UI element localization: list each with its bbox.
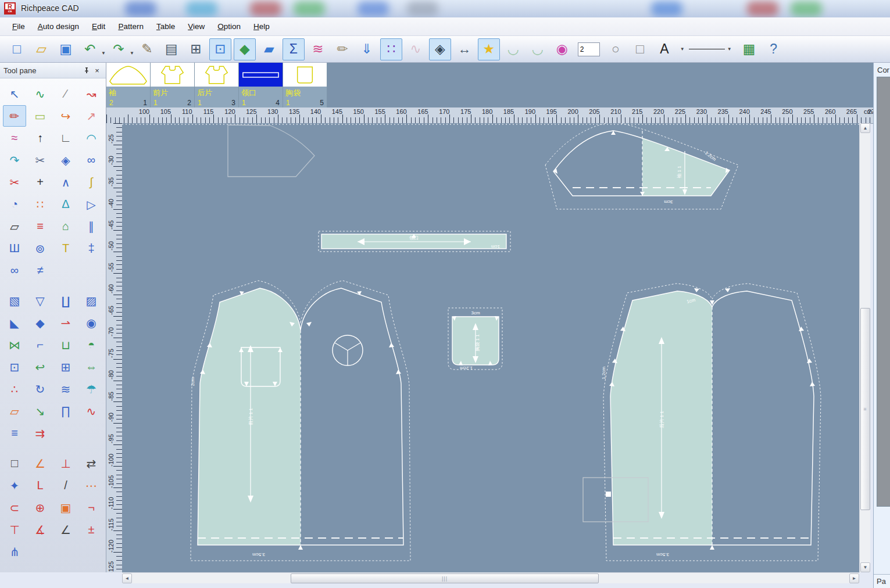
undo-button[interactable]: ↶ xyxy=(79,38,101,60)
scroll-left-arrow[interactable]: ◄ xyxy=(122,573,132,583)
piece-tab-1[interactable]: 袖21 xyxy=(106,63,151,107)
construction-outline[interactable] xyxy=(228,125,314,177)
node-chain-tool[interactable]: ⋯ xyxy=(80,475,103,496)
menu-help[interactable]: Help xyxy=(247,19,276,34)
fabric-swatch-tool[interactable]: ▨ xyxy=(80,290,103,311)
spacing-tool-tool[interactable]: ⋈ xyxy=(3,334,26,356)
pattern-handles-button[interactable]: ◈ xyxy=(429,38,451,60)
insert-notch-tool[interactable]: ⊥ xyxy=(54,453,77,474)
horizontal-scrollbar[interactable]: ◄ ||| ► xyxy=(122,572,859,583)
curve-chart-button[interactable]: ∿ xyxy=(405,38,427,60)
scroll-up-arrow[interactable]: ▲ xyxy=(860,123,870,133)
brush-button[interactable]: ✏ xyxy=(331,38,353,60)
cut-angle-tool[interactable]: ∡ xyxy=(28,519,52,540)
corner-cut-tool[interactable]: ¬ xyxy=(80,497,103,518)
menu-view[interactable]: View xyxy=(181,19,211,34)
new-file-button[interactable]: □ xyxy=(6,38,28,60)
piece-tab-4[interactable]: 领口14 xyxy=(239,63,283,107)
stretch-curve-tool[interactable]: ↝ xyxy=(80,83,103,105)
arrange-blocks-tool[interactable]: ∷ xyxy=(28,193,52,215)
scroll-right-arrow[interactable]: ► xyxy=(849,573,859,583)
menu-option[interactable]: Option xyxy=(211,19,247,34)
line-style-right-caret[interactable]: ▼ xyxy=(727,46,732,52)
curve-down-button[interactable]: ◡ xyxy=(502,38,524,60)
edit-point-tool[interactable]: ∿ xyxy=(28,83,52,105)
expand-piece-tool[interactable]: ✦ xyxy=(3,475,26,496)
seam-copy-tool[interactable]: ⊂ xyxy=(3,497,26,518)
menu-pattern[interactable]: Pattern xyxy=(112,19,150,34)
pattern-canvas[interactable]: 袖 1 1 3cm 1.2cm 领口 1cm xyxy=(122,123,859,572)
piece-front[interactable]: 前片 1 1 2cm 3.5cm xyxy=(190,280,417,561)
piece-sleeve[interactable]: 袖 1 1 3cm 1.2cm xyxy=(545,123,738,213)
parallel-line-tool[interactable]: ↗ xyxy=(80,105,103,127)
vertical-scroll-thumb[interactable]: ≡ xyxy=(860,308,870,510)
frame-tool-tool[interactable]: ▣ xyxy=(54,497,77,518)
redo-button[interactable]: ↷ xyxy=(108,38,130,60)
pleats-tool[interactable]: Ш xyxy=(3,238,26,259)
collar-gauge-tool[interactable]: ◓ xyxy=(80,334,103,356)
rip-cut-tool[interactable]: ✂ xyxy=(3,171,26,193)
swap-curves-tool[interactable]: ∿ xyxy=(80,400,103,422)
grade-lines-tool[interactable]: ≡ xyxy=(28,216,52,237)
merge-files-button[interactable]: ⇓ xyxy=(356,38,378,60)
scissors-tool[interactable]: ✂ xyxy=(28,149,52,171)
handle-piece-tool[interactable]: ⊡ xyxy=(3,356,26,378)
pattern-table-button[interactable]: ⊞ xyxy=(185,38,207,60)
measure-table-button[interactable]: Σ xyxy=(283,38,305,60)
corner-point-tool[interactable]: ∟ xyxy=(54,127,77,149)
three-point-arc-tool[interactable]: ◠ xyxy=(80,127,103,149)
piece-pocket[interactable]: 3cm 胸袋 1 1 1.2cm xyxy=(448,308,502,371)
scatter-view-button[interactable]: ∷ xyxy=(380,38,402,60)
cut-shape-tool[interactable]: ◈ xyxy=(54,149,77,171)
mirror-notch-tool[interactable]: ⋔ xyxy=(3,541,26,562)
mirror-tool[interactable]: Δ xyxy=(54,193,77,215)
scale-piece-tool[interactable]: ↘ xyxy=(28,400,52,422)
pencil-tool[interactable]: ✏ xyxy=(3,105,26,127)
box-select-tool[interactable]: □ xyxy=(3,453,26,474)
curve-notch-button[interactable]: ◡ xyxy=(527,38,549,60)
skew-rect-tool[interactable]: ▱ xyxy=(3,400,26,422)
menu-file[interactable]: File xyxy=(6,19,31,34)
fringe-tool[interactable]: ≋ xyxy=(54,378,77,400)
piece-tab-2[interactable]: 前片12 xyxy=(151,63,195,107)
anchor-pattern-tool[interactable]: ◣ xyxy=(3,312,26,334)
piece-back[interactable]: 后片 1 1 1cm 1.2cm 3.5cm xyxy=(601,280,828,561)
smooth-curve-tool[interactable]: ∕ xyxy=(54,83,77,105)
plotter-button[interactable]: ▤ xyxy=(160,38,183,60)
trim-curve-tool[interactable]: / xyxy=(54,475,77,496)
stack-pieces-tool[interactable]: ≡ xyxy=(3,422,26,444)
protractor-tool[interactable]: ◔ xyxy=(3,193,26,215)
t-ruler-tool[interactable]: T xyxy=(54,238,77,259)
piece-collar[interactable]: 领口 1cm xyxy=(319,231,510,252)
notch-corner-tool[interactable]: ⊤ xyxy=(3,519,26,540)
window-view-button[interactable]: ⊡ xyxy=(209,38,231,60)
piece-tab-5[interactable]: 胸袋15 xyxy=(283,63,327,107)
close-icon[interactable]: × xyxy=(92,65,102,76)
scroll-down-arrow[interactable]: ▼ xyxy=(860,562,870,572)
font-tool-button[interactable]: A xyxy=(653,38,675,60)
pin-icon[interactable] xyxy=(81,65,92,76)
sharpener-tool-button[interactable]: ✎ xyxy=(136,38,158,60)
seam-marks-tool[interactable]: ‡ xyxy=(80,238,103,259)
unfold-piece-tool[interactable]: ⇉ xyxy=(28,422,52,444)
line-style-selector[interactable]: ▼▼ xyxy=(681,46,732,52)
horizontal-scroll-thumb[interactable]: ||| xyxy=(291,573,599,583)
send-to-plot-button[interactable]: ▰ xyxy=(258,38,280,60)
vertical-scrollbar[interactable]: ▲ ≡ ▼ xyxy=(859,123,870,572)
select-tool[interactable]: ↖ xyxy=(3,83,26,105)
drag-handle[interactable] xyxy=(606,492,611,497)
join-pieces-tool[interactable]: ⊔ xyxy=(54,334,77,356)
tangent-arc-tool[interactable]: ↷ xyxy=(3,149,26,171)
unlink-tool[interactable]: ≠ xyxy=(28,260,52,281)
piece-view-button[interactable]: ◆ xyxy=(234,38,256,60)
panel-pair-tool[interactable]: ∐ xyxy=(54,290,77,311)
compare-lines-button[interactable]: ≋ xyxy=(307,38,329,60)
star-line-button[interactable]: ★ xyxy=(478,38,500,60)
open-file-button[interactable]: ▱ xyxy=(30,38,52,60)
link-tool[interactable]: ∞ xyxy=(3,260,26,281)
compass-tool[interactable]: ∧ xyxy=(54,171,77,193)
button-tool-tool[interactable]: ◉ xyxy=(80,312,103,334)
fullness-tool[interactable]: ⌂ xyxy=(54,216,77,237)
arc-add-tool[interactable]: ⊕ xyxy=(28,497,52,518)
measure-length-tool[interactable]: L xyxy=(28,475,52,496)
